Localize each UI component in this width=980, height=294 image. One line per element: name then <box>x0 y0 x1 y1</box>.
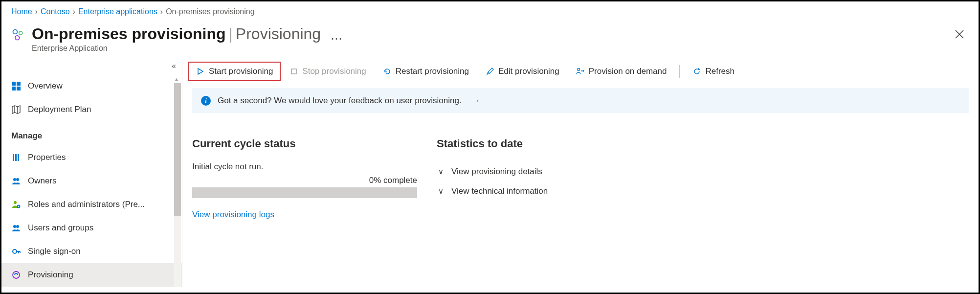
chevron-right-icon: › <box>73 7 75 16</box>
pencil-icon <box>486 67 494 76</box>
sidebar-item-single-signon[interactable]: Single sign-on <box>1 240 182 263</box>
sidebar-item-overview[interactable]: Overview <box>1 74 182 98</box>
chevron-down-icon: ∨ <box>437 187 445 196</box>
sidebar-item-label: Users and groups <box>28 223 93 233</box>
overview-icon <box>11 81 21 91</box>
start-provisioning-button[interactable]: Start provisioning <box>188 62 281 81</box>
svg-rect-4 <box>17 82 21 86</box>
svg-point-15 <box>16 225 19 228</box>
arrow-right-icon: → <box>470 95 480 106</box>
more-actions-button[interactable]: ⋯ <box>331 32 342 45</box>
sidebar-item-label: Provisioning <box>28 270 73 280</box>
sidebar-item-deployment-plan[interactable]: Deployment Plan <box>1 98 182 121</box>
edit-provisioning-button[interactable]: Edit provisioning <box>478 62 567 81</box>
app-icon <box>11 28 25 42</box>
play-icon <box>196 67 205 76</box>
svg-point-16 <box>13 249 17 253</box>
sidebar-item-roles[interactable]: Roles and administrators (Pre... <box>1 193 182 216</box>
page-subtitle: Enterprise Application <box>32 44 321 53</box>
statistics-section: Statistics to date ∨ View provisioning d… <box>437 137 548 220</box>
person-arrow-icon <box>576 67 585 76</box>
breadcrumb-enterprise-apps[interactable]: Enterprise applications <box>78 7 157 16</box>
svg-point-12 <box>14 201 17 204</box>
svg-rect-9 <box>18 154 19 161</box>
sidebar-item-label: Single sign-on <box>28 247 81 256</box>
key-icon <box>11 247 21 256</box>
roles-icon <box>11 200 21 209</box>
sidebar-item-owners[interactable]: Owners <box>1 169 182 193</box>
provisioning-icon <box>11 270 21 280</box>
sidebar-item-label: Roles and administrators (Pre... <box>28 200 145 209</box>
provision-on-demand-button[interactable]: Provision on demand <box>568 62 675 81</box>
banner-text: Got a second? We would love your feedbac… <box>218 96 462 106</box>
page-header: On-premises provisioning|Provisioning En… <box>1 20 979 60</box>
svg-point-17 <box>13 271 20 278</box>
info-icon: i <box>201 96 211 106</box>
section-heading: Statistics to date <box>437 137 548 150</box>
svg-point-2 <box>15 36 20 40</box>
stop-icon <box>290 67 298 76</box>
svg-point-14 <box>13 225 16 228</box>
svg-rect-7 <box>13 154 14 161</box>
restart-provisioning-button[interactable]: Restart provisioning <box>375 62 477 81</box>
breadcrumb: Home › Contoso › Enterprise applications… <box>1 1 979 20</box>
owners-icon <box>11 176 21 186</box>
breadcrumb-home[interactable]: Home <box>11 7 32 16</box>
section-heading: Current cycle status <box>192 137 417 150</box>
sidebar-item-label: Owners <box>28 176 57 186</box>
svg-point-0 <box>13 30 18 34</box>
svg-point-19 <box>577 68 579 71</box>
sidebar-item-provisioning[interactable]: Provisioning <box>1 263 182 287</box>
properties-icon <box>11 153 21 162</box>
collapse-sidebar-button[interactable]: « <box>172 62 176 70</box>
svg-point-10 <box>13 178 16 181</box>
view-provisioning-logs-link[interactable]: View provisioning logs <box>192 210 274 220</box>
toolbar-separator <box>679 65 680 78</box>
chevron-down-icon: ∨ <box>437 167 445 176</box>
svg-rect-8 <box>15 154 17 161</box>
cycle-status-text: Initial cycle not run. <box>192 162 417 172</box>
sidebar-item-properties[interactable]: Properties <box>1 146 182 169</box>
refresh-button[interactable]: Refresh <box>685 62 742 81</box>
progress-bar <box>192 187 417 198</box>
stop-provisioning-button: Stop provisioning <box>282 62 374 81</box>
svg-rect-6 <box>17 87 21 90</box>
view-provisioning-details-toggle[interactable]: ∨ View provisioning details <box>437 162 548 181</box>
restart-icon <box>383 67 392 76</box>
svg-point-1 <box>19 31 22 35</box>
main-content: Start provisioning Stop provisioning Res… <box>182 60 979 287</box>
page-title: On-premises provisioning|Provisioning <box>32 25 321 43</box>
progress-label: 0% complete <box>192 176 417 185</box>
current-cycle-status-section: Current cycle status Initial cycle not r… <box>192 137 417 220</box>
close-button[interactable] <box>952 26 967 45</box>
sidebar: « ▲ Overview Deployment Plan Manage Prop… <box>1 60 182 287</box>
scrollbar[interactable] <box>174 83 181 287</box>
sidebar-section-manage: Manage <box>1 121 182 146</box>
sidebar-item-label: Properties <box>28 153 66 162</box>
breadcrumb-current: On-premises provisioning <box>166 7 254 16</box>
svg-rect-5 <box>12 87 16 90</box>
svg-rect-3 <box>12 82 16 86</box>
scroll-up-icon[interactable]: ▲ <box>173 76 180 83</box>
sidebar-item-users-groups[interactable]: Users and groups <box>1 216 182 240</box>
svg-rect-18 <box>291 69 296 74</box>
refresh-icon <box>692 67 701 76</box>
toolbar: Start provisioning Stop provisioning Res… <box>182 60 979 86</box>
sidebar-item-label: Overview <box>28 81 63 91</box>
breadcrumb-contoso[interactable]: Contoso <box>41 7 70 16</box>
view-technical-info-toggle[interactable]: ∨ View technical information <box>437 181 548 201</box>
chevron-right-icon: › <box>160 7 163 16</box>
sidebar-item-label: Deployment Plan <box>28 105 91 114</box>
users-groups-icon <box>11 223 21 233</box>
chevron-right-icon: › <box>35 7 38 16</box>
map-icon <box>11 105 21 114</box>
svg-point-11 <box>16 178 19 181</box>
feedback-banner[interactable]: i Got a second? We would love your feedb… <box>192 88 969 113</box>
